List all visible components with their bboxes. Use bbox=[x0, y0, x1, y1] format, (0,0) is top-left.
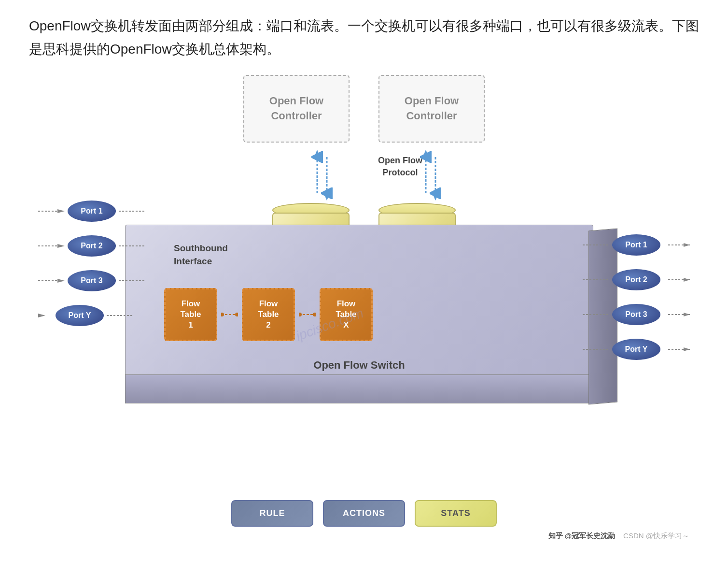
port-ly-arrow bbox=[38, 312, 53, 319]
ft1-label: FlowTable1 bbox=[180, 299, 201, 330]
port-l2-line bbox=[119, 242, 145, 250]
port-r2-line bbox=[583, 276, 609, 284]
legend-stats-label: STATS bbox=[441, 508, 470, 518]
controllers-row: Open FlowController Open FlowController bbox=[195, 75, 533, 143]
port-ry-oval: Port Y bbox=[612, 339, 660, 360]
svg-marker-36 bbox=[684, 347, 690, 351]
southbound-label: SouthboundInterface bbox=[174, 242, 228, 268]
svg-marker-30 bbox=[684, 278, 690, 282]
port-l1-arrow bbox=[38, 207, 65, 215]
svg-point-9 bbox=[221, 313, 224, 316]
flow-table-2: FlowTable2 bbox=[242, 288, 295, 341]
switch-front-face bbox=[125, 374, 593, 403]
svg-marker-33 bbox=[684, 313, 690, 316]
port-r1-oval: Port 1 bbox=[612, 234, 660, 256]
svg-marker-15 bbox=[57, 209, 65, 213]
controller-2-label: Open FlowController bbox=[405, 94, 459, 124]
ft-connector-1 bbox=[221, 310, 238, 319]
port-r3-arrow bbox=[663, 311, 690, 318]
zhihu-attribution: 知乎 @冠军长史沈勐 bbox=[548, 531, 616, 540]
controller-1-label: Open FlowController bbox=[269, 94, 323, 124]
controller-box-2: Open FlowController bbox=[378, 75, 485, 143]
port-right-3: Port 3 bbox=[583, 304, 690, 325]
port-right-2: Port 2 bbox=[583, 269, 690, 290]
diagram-area: Open FlowController Open FlowController … bbox=[38, 75, 690, 486]
svg-marker-6 bbox=[423, 150, 428, 156]
port-ly-line bbox=[107, 312, 133, 319]
legend-actions: ACTIONS bbox=[323, 500, 405, 527]
switch-body: SouthboundInterface ipcisco.com FlowTabl… bbox=[96, 225, 603, 408]
port-left-2: Port 2 bbox=[38, 235, 145, 257]
svg-point-12 bbox=[299, 313, 302, 316]
legend-rule: RULE bbox=[231, 500, 313, 527]
port-r1-arrow bbox=[663, 241, 690, 249]
port-l2-arrow bbox=[38, 242, 65, 250]
port-right-1: Port 1 bbox=[583, 234, 690, 256]
port-l3-line bbox=[119, 277, 145, 285]
port-right-y: Port Y bbox=[583, 339, 690, 360]
switch-label: Open Flow Switch bbox=[313, 359, 405, 372]
legend-row: RULE ACTIONS STATS bbox=[29, 500, 699, 527]
port-ry-line bbox=[583, 345, 609, 353]
svg-marker-7 bbox=[433, 195, 438, 201]
intro-text: OpenFlow交换机转发面由两部分组成：端口和流表。一个交换机可以有很多种端口… bbox=[29, 14, 699, 60]
page: OpenFlow交换机转发面由两部分组成：端口和流表。一个交换机可以有很多种端口… bbox=[0, 0, 728, 574]
legend-rule-label: RULE bbox=[260, 508, 285, 518]
arrows-right bbox=[417, 150, 446, 202]
port-l1-line bbox=[119, 207, 145, 215]
port-r1-line bbox=[583, 241, 609, 249]
ft-connector-2 bbox=[299, 310, 316, 319]
arrows-left bbox=[308, 150, 337, 202]
port-ly-oval: Port Y bbox=[56, 305, 104, 326]
svg-point-13 bbox=[313, 313, 316, 316]
svg-marker-3 bbox=[324, 195, 329, 201]
port-r2-arrow bbox=[663, 276, 690, 284]
svg-marker-27 bbox=[684, 243, 690, 247]
port-l3-oval: Port 3 bbox=[68, 270, 116, 291]
port-r3-line bbox=[583, 311, 609, 318]
svg-marker-18 bbox=[57, 244, 65, 248]
port-left-1: Port 1 bbox=[38, 201, 145, 222]
legend-actions-label: ACTIONS bbox=[343, 508, 385, 518]
arrows-left-svg bbox=[308, 150, 337, 201]
svg-point-10 bbox=[235, 313, 238, 316]
legend-stats: STATS bbox=[415, 500, 497, 527]
port-l3-arrow bbox=[38, 277, 65, 285]
port-l1-oval: Port 1 bbox=[68, 201, 116, 222]
ft2-label: FlowTable2 bbox=[258, 299, 279, 330]
svg-marker-21 bbox=[57, 279, 65, 283]
controller-box-1: Open FlowController bbox=[243, 75, 350, 143]
port-r2-oval: Port 2 bbox=[612, 269, 660, 290]
svg-marker-23 bbox=[38, 314, 45, 317]
port-ry-arrow bbox=[663, 345, 690, 353]
arrows-right-svg bbox=[417, 150, 446, 201]
port-left-3: Port 3 bbox=[38, 270, 145, 291]
ports-right: Port 1 Port 2 Port bbox=[583, 234, 690, 360]
attribution: 知乎 @冠军长史沈勐 CSDN @快乐学习～ bbox=[29, 531, 699, 541]
flow-table-1: FlowTable1 bbox=[164, 288, 217, 341]
svg-marker-2 bbox=[315, 150, 320, 156]
switch-top-face: SouthboundInterface ipcisco.com FlowTabl… bbox=[125, 225, 593, 379]
ports-left: Port 1 Port 2 Port bbox=[38, 201, 145, 326]
csdn-attribution: CSDN @快乐学习～ bbox=[623, 531, 689, 540]
port-r3-oval: Port 3 bbox=[612, 304, 660, 325]
port-left-y: Port Y bbox=[38, 305, 145, 326]
port-l2-oval: Port 2 bbox=[68, 235, 116, 257]
